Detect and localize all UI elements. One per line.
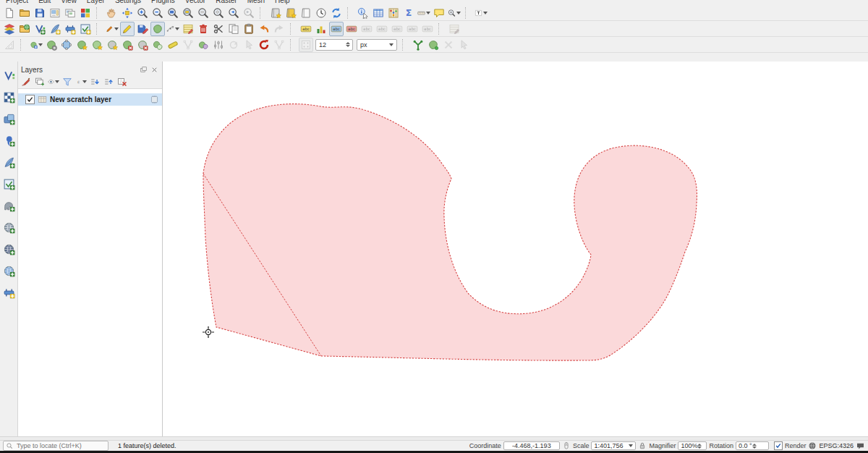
pin-labels[interactable]: abc: [329, 22, 344, 36]
menu-project[interactable]: Project: [6, 0, 28, 5]
open-attribute-table[interactable]: [371, 6, 386, 20]
filter-by-expression[interactable]: ε: [75, 75, 88, 88]
scale-combo[interactable]: 1:401,756: [591, 441, 636, 450]
identify-features[interactable]: [356, 6, 370, 20]
stroke-unit-combo[interactable]: px: [357, 39, 397, 51]
zoom-out[interactable]: [150, 6, 165, 20]
layer-row-new-scratch-layer[interactable]: New scratch layer: [18, 93, 162, 106]
new-shapefile-layer[interactable]: [48, 22, 62, 36]
add-spatialite-layer[interactable]: [1, 155, 17, 170]
menu-help[interactable]: Help: [275, 0, 290, 5]
show-layout-manager[interactable]: [63, 6, 77, 20]
remove-layer[interactable]: [116, 75, 129, 88]
new-spatial-bookmark[interactable]: [268, 6, 283, 20]
pan-to-selection[interactable]: [120, 6, 135, 20]
filter-legend[interactable]: [61, 75, 74, 88]
zoom-full-extent[interactable]: [181, 6, 195, 20]
spinner-arrows[interactable]: [752, 444, 768, 449]
add-wms-layer[interactable]: [1, 263, 17, 279]
new-spatialite-layer[interactable]: [63, 22, 77, 36]
show-spatial-bookmarks[interactable]: [284, 6, 298, 20]
lock-scale-icon[interactable]: [638, 441, 647, 450]
add-oracle-layer[interactable]: [1, 242, 17, 257]
zoom-native[interactable]: [166, 6, 180, 20]
cut-features[interactable]: [211, 22, 226, 36]
menu-layer[interactable]: Layer: [87, 0, 105, 5]
menu-edit[interactable]: Edit: [38, 0, 51, 5]
temporal-controller[interactable]: [314, 6, 328, 20]
refresh-map[interactable]: [329, 6, 344, 20]
new-geopackage-layer[interactable]: [33, 22, 47, 36]
delete-ring[interactable]: [120, 38, 135, 52]
pan-map[interactable]: [105, 6, 119, 20]
add-mssql-layer[interactable]: [1, 220, 17, 235]
dropdown-arrow[interactable]: [55, 80, 59, 83]
zoom-in[interactable]: [135, 6, 150, 20]
add-mesh-layer[interactable]: [1, 111, 17, 127]
close-panel-button[interactable]: [150, 65, 159, 75]
float-panel-button[interactable]: [139, 65, 148, 75]
add-virtual-layer[interactable]: [1, 177, 17, 192]
stroke-width-spin[interactable]: 12: [315, 39, 353, 51]
memory-layer-indicator-icon[interactable]: [150, 95, 159, 104]
digitize-regular-polygon[interactable]: [105, 38, 119, 52]
feature-form-tools[interactable]: [211, 38, 226, 52]
open-data-source-manager[interactable]: [2, 22, 17, 36]
add-delimited-text-layer[interactable]: [1, 133, 17, 148]
messages-icon[interactable]: [856, 441, 865, 450]
show-bookmark-manager[interactable]: [299, 6, 313, 20]
dropdown-arrow[interactable]: [456, 12, 461, 14]
highlight-pinned-labels[interactable]: abc: [344, 22, 359, 36]
menu-mesh[interactable]: Mesh: [247, 0, 265, 5]
new-virtual-layer[interactable]: [78, 22, 93, 36]
menu-vector[interactable]: Vector: [185, 0, 205, 5]
menu-plugins[interactable]: Plugins: [151, 0, 175, 5]
add-wfs-layer[interactable]: [1, 285, 17, 300]
layer-diagram-options[interactable]: [314, 22, 328, 36]
project-new[interactable]: [2, 6, 17, 20]
fill-ring[interactable]: [150, 38, 165, 52]
dropdown-arrow[interactable]: [82, 80, 87, 83]
project-save[interactable]: [33, 6, 47, 20]
delete-part[interactable]: [135, 38, 150, 52]
add-group[interactable]: [33, 75, 46, 88]
text-annotation[interactable]: [474, 6, 488, 20]
zoom-last[interactable]: [226, 6, 241, 20]
style-manager[interactable]: [78, 6, 93, 20]
add-polygon-feature[interactable]: [150, 22, 165, 36]
field-calculator[interactable]: [386, 6, 401, 20]
open-layer-styling-panel[interactable]: [20, 75, 33, 88]
undo[interactable]: [257, 22, 271, 36]
toggle-extents-icon[interactable]: [562, 441, 571, 450]
coordinate-input[interactable]: [503, 441, 560, 450]
enable-tracing[interactable]: [411, 38, 425, 52]
menu-settings[interactable]: Settings: [115, 0, 141, 5]
rotation-spin[interactable]: 0.0 °: [736, 441, 769, 450]
measure-line[interactable]: [417, 6, 431, 20]
layer-labeling-options[interactable]: abc: [299, 22, 313, 36]
layer-visibility-checkbox[interactable]: [25, 95, 35, 104]
locator-search[interactable]: [3, 441, 109, 451]
magnifier-spin[interactable]: 100%: [678, 441, 707, 450]
digitize-ellipse[interactable]: [75, 38, 89, 52]
modify-attributes[interactable]: [181, 22, 195, 36]
render-checkbox[interactable]: [774, 441, 783, 450]
digitize-circle[interactable]: [59, 38, 74, 52]
trim-extend[interactable]: [257, 38, 271, 52]
spinner-arrows[interactable]: [697, 444, 706, 449]
digitize-with-curve[interactable]: [29, 38, 43, 52]
zoom-to-selection[interactable]: [196, 6, 210, 20]
crs-globe-icon[interactable]: [808, 441, 817, 450]
merge-features[interactable]: [196, 38, 210, 52]
toggle-editing[interactable]: [120, 22, 135, 36]
new-print-layout[interactable]: [48, 6, 62, 20]
dropdown-arrow[interactable]: [483, 12, 488, 14]
project-open[interactable]: [17, 6, 32, 20]
map-tips[interactable]: [432, 6, 446, 20]
copy-features[interactable]: [226, 22, 241, 36]
collapse-all[interactable]: [102, 75, 115, 88]
dropdown-arrow[interactable]: [175, 27, 179, 30]
stream-digitizing[interactable]: [44, 38, 59, 52]
processing-toolbox[interactable]: [447, 6, 461, 20]
dropdown-arrow[interactable]: [114, 27, 119, 30]
